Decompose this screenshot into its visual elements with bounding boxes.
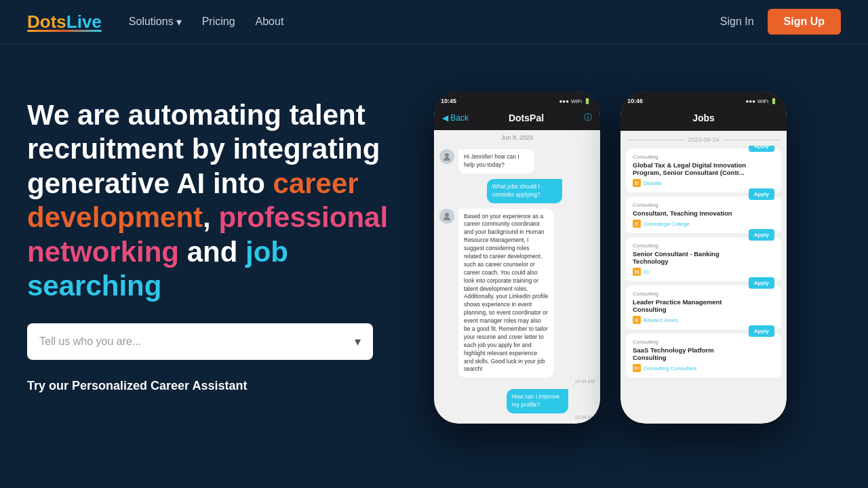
job-card-3: Consulting Senior Consultant - Banking T… [626,237,781,281]
bot-avatar-2 [439,209,454,224]
company-name-5: Consulting Consultant [644,365,696,371]
bot-avatar [439,149,454,164]
job-card-3-row: Consulting Senior Consultant - Banking T… [633,243,774,276]
chat-title: DotsPal [474,113,578,123]
jobs-screen: 10:46 ●●● WiFi 🔋 Jobs 2023 [620,92,787,424]
chat-message-2: What jobs should I consider applying? [439,179,595,203]
hero-title: We are automating talent recruitment by … [27,98,420,303]
dropdown-placeholder: Tell us who you are... [39,336,141,348]
hero-section: We are automating talent recruitment by … [0,44,868,488]
jobs-date-text: 2023-06-24 [688,136,719,143]
job-category-1: Consulting [633,154,749,160]
job-card-2-row: Consulting Consultant, Teaching Innovati… [633,202,774,228]
company-icon-4: E [633,316,641,324]
role-dropdown-section: Tell us who you are... ▾ [27,323,420,360]
job-company-2: C Conestoga College [633,220,749,228]
job-card-5-row: Consulting SaaS Technology Platform Cons… [633,339,774,372]
job-card-2: Consulting Consultant, Teaching Innovati… [626,197,781,233]
job-card-4: Consulting Leader Practice Management Co… [626,285,781,329]
nav-links: Solutions ▾ Pricing About [129,16,720,28]
job-info-1: Consulting Global Tax & Legal Digital In… [633,154,749,187]
info-icon[interactable]: ⓘ [584,112,592,123]
job-title-4: Leader Practice Management Consulting [633,298,749,313]
status-time-2: 10:46 [627,98,643,104]
nav-right: Sign In Sign Up [720,9,841,35]
job-title-3: Senior Consultant - Banking Technology [633,250,749,265]
status-bar-1: 10:45 ●●● WiFi 🔋 [434,92,600,110]
role-dropdown[interactable]: Tell us who you are... ▾ [27,323,373,360]
hero-left: We are automating talent recruitment by … [27,85,420,393]
job-info-4: Consulting Leader Practice Management Co… [633,291,749,324]
job-info-2: Consulting Consultant, Teaching Innovati… [633,202,749,228]
signup-button[interactable]: Sign Up [768,9,841,35]
job-card-1: Consulting Global Tax & Legal Digital In… [626,148,781,192]
jobs-date-separator: 2023-06-24 [620,131,787,146]
dropdown-arrow-icon: ▾ [355,334,361,349]
back-button[interactable]: ◀ Back [442,113,469,123]
job-company-1: D Deloitte [633,179,749,187]
navbar: DotsLive Solutions ▾ Pricing About Sign … [0,0,868,44]
job-card-5: Consulting SaaS Technology Platform Cons… [626,333,781,378]
job-title-5: SaaS Technology Platform Consulting [633,346,749,361]
status-icons-1: ●●● WiFi 🔋 [559,98,591,104]
msg-bubble-4: How can I improve my profile? [507,389,568,413]
svg-point-1 [445,213,449,217]
hero-right: 10:45 ●●● WiFi 🔋 ◀ Back DotsPal ⓘ [420,85,841,488]
company-name-4: Edward Jones [644,317,678,323]
phone-jobs: 10:46 ●●● WiFi 🔋 Jobs 2023 [620,92,787,424]
chevron-down-icon: ▾ [176,16,182,28]
job-category-5: Consulting [633,339,749,345]
phone-container: 10:45 ●●● WiFi 🔋 ◀ Back DotsPal ⓘ [420,71,841,474]
company-name-2: Conestoga College [644,221,690,227]
apply-button-3[interactable]: Apply [749,229,774,241]
pricing-nav-link[interactable]: Pricing [202,16,235,28]
logo[interactable]: DotsLive [27,12,102,32]
chat-message-4: How can I improve my profile? 10:44 AM [439,389,595,420]
apply-button-2[interactable]: Apply [749,188,774,200]
msg-bubble-1: Hi Jennifer! how can I help you today? [458,149,534,174]
signin-button[interactable]: Sign In [720,16,754,28]
status-icons-2: ●●● WiFi 🔋 [746,98,778,104]
company-icon-2: C [633,220,641,228]
status-time-1: 10:45 [441,98,456,104]
job-info-5: Consulting SaaS Technology Platform Cons… [633,339,749,372]
job-title-1: Global Tax & Legal Digital Innovation Pr… [633,161,749,176]
job-company-5: CC Consulting Consultant [633,364,749,372]
job-company-3: CI CI [633,268,749,276]
chat-screen: 10:45 ●●● WiFi 🔋 ◀ Back DotsPal ⓘ [434,92,600,424]
company-name-3: CI [644,269,649,275]
job-category-3: Consulting [633,243,749,249]
msg-bubble-2: What jobs should I consider applying? [487,179,562,203]
msg-time-4: 10:44 AM [507,415,595,420]
phone-chat: 10:45 ●●● WiFi 🔋 ◀ Back DotsPal ⓘ [434,92,600,424]
msg-time-3: 10:44 AM [458,379,595,384]
company-icon-5: CC [633,364,641,372]
job-company-4: E Edward Jones [633,316,749,324]
chat-date: Jun 8, 2023 [434,130,600,145]
jobs-title: Jobs [692,113,715,123]
apply-button-1[interactable]: Apply [749,146,774,152]
jobs-list: Consulting Global Tax & Legal Digital In… [620,146,787,384]
job-category-4: Consulting [633,291,749,297]
status-bar-2: 10:46 ●●● WiFi 🔋 [620,92,787,110]
chat-messages: Hi Jennifer! how can I help you today? W… [434,145,600,424]
hero-subtext: Try our Personalized Career Assistant [27,379,420,393]
job-card-1-row: Consulting Global Tax & Legal Digital In… [633,154,774,187]
job-card-4-row: Consulting Leader Practice Management Co… [633,291,774,324]
apply-button-4[interactable]: Apply [749,277,774,289]
msg-bubble-3: Based on your experience as a career com… [458,209,554,378]
svg-point-0 [445,153,449,157]
company-name-1: Deloitte [644,180,662,186]
logo-text: DotsLive [27,12,102,32]
solutions-nav-link[interactable]: Solutions ▾ [129,16,182,28]
chat-message-1: Hi Jennifer! how can I help you today? [439,149,595,174]
job-title-2: Consultant, Teaching Innovation [633,209,749,217]
job-info-3: Consulting Senior Consultant - Banking T… [633,243,749,276]
apply-button-5[interactable]: Apply [749,325,774,337]
company-icon-1: D [633,179,641,187]
about-nav-link[interactable]: About [256,16,284,28]
chat-message-3: Based on your experience as a career com… [439,209,595,384]
company-icon-3: CI [633,268,641,276]
job-category-2: Consulting [633,202,749,208]
